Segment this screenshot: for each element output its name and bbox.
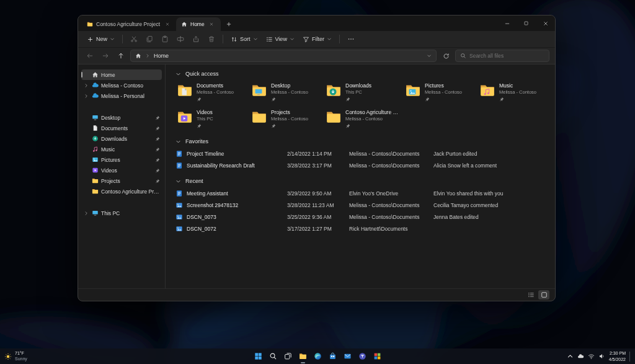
new-tab-button[interactable] [223, 18, 235, 30]
image-file-icon [175, 225, 183, 233]
sidebar-item-melissa-contoso[interactable]: Melissa - Contoso [81, 80, 162, 91]
more-button[interactable] [344, 33, 358, 45]
section-recent[interactable]: Recent [175, 175, 550, 187]
home-icon [181, 21, 187, 27]
sort-button[interactable]: Sort [227, 34, 262, 45]
share-button[interactable] [189, 33, 203, 45]
tab-label: Home [190, 21, 205, 27]
view-button[interactable]: View [262, 34, 298, 45]
section-favorites[interactable]: Favorites [175, 136, 550, 147]
chevron-right-icon[interactable] [83, 94, 89, 99]
file-date: 3/25/2022 9:36 AM [287, 214, 349, 220]
pin-icon [499, 97, 504, 102]
new-label: New [96, 36, 107, 42]
volume-icon[interactable] [598, 353, 605, 360]
onedrive-icon [92, 92, 99, 99]
file-activity: Jenna Bates edited [433, 214, 550, 220]
quick-access-tile-desktop[interactable]: Desktop Melissa - Contoso [250, 81, 322, 104]
pin-icon [197, 97, 202, 102]
file-explorer-button[interactable] [297, 350, 309, 362]
chevron-down-icon [253, 37, 258, 42]
chevron-down-icon[interactable] [427, 53, 432, 58]
edge-button[interactable] [312, 350, 324, 362]
quick-access-tile-pictures[interactable]: Pictures Melissa - Contoso [404, 81, 476, 104]
pin-icon [271, 97, 276, 102]
delete-button[interactable] [204, 33, 219, 45]
sidebar-item-home[interactable]: Home [81, 69, 162, 80]
quick-access-tile-videos[interactable]: Videos This PC [175, 107, 247, 131]
file-date: 2/14/2022 1:14 PM [287, 151, 349, 157]
file-row[interactable]: Meeting Assistant 3/29/2022 9:50 AM Elvi… [175, 187, 550, 199]
pin-icon [271, 123, 276, 128]
cut-button[interactable] [127, 33, 141, 45]
quick-access-tile-downloads[interactable]: Downloads This PC [324, 81, 401, 104]
pin-icon [155, 158, 160, 162]
file-location: Melissa - Contoso\Documents [349, 214, 433, 220]
sidebar-item-pictures[interactable]: Pictures [81, 154, 162, 165]
show-desktop-button[interactable] [629, 352, 631, 362]
search-box[interactable] [455, 50, 549, 62]
sidebar-item-videos[interactable]: Videos [81, 165, 162, 175]
file-row[interactable]: Project Timeline 2/14/2022 1:14 PM Melis… [175, 148, 550, 159]
teams-button[interactable] [357, 350, 368, 362]
chevron-up-icon[interactable] [567, 353, 574, 360]
widgets-button[interactable]: 71°F Sunny [4, 351, 27, 362]
file-row[interactable]: DSCN_0072 3/17/2022 1:27 PM Rick Hartnet… [175, 223, 550, 234]
start-button[interactable] [252, 350, 264, 362]
refresh-button[interactable] [440, 50, 452, 62]
breadcrumb-bar[interactable]: Home [130, 50, 437, 62]
copy-button[interactable] [142, 33, 157, 45]
forward-button[interactable] [99, 50, 112, 62]
sidebar-item-this-pc[interactable]: This PC [81, 208, 162, 218]
maximize-button[interactable] [517, 16, 536, 31]
sidebar-item-projects[interactable]: Projects [81, 175, 162, 186]
sidebar-item-desktop[interactable]: Desktop [81, 112, 162, 123]
sidebar-item-downloads[interactable]: Downloads [81, 133, 162, 144]
breadcrumb[interactable]: Home [154, 53, 169, 59]
section-quick-access[interactable]: Quick access [175, 68, 550, 79]
sidebar-item-documents[interactable]: Documents [81, 123, 162, 133]
rename-icon [177, 35, 184, 43]
tab-close-button[interactable] [163, 20, 171, 29]
minimize-button[interactable] [497, 16, 517, 31]
sidebar-item-melissa-personal[interactable]: Melissa - Personal [81, 91, 162, 101]
sidebar-item-music[interactable]: Music [81, 144, 162, 154]
office-button[interactable] [371, 350, 383, 362]
file-row[interactable]: Screenshot 29478132 3/28/2022 11:23 AM M… [175, 199, 550, 211]
quick-access-tile-contoso-agriculture-project[interactable]: Contoso Agriculture Project Melissa - Co… [324, 107, 401, 131]
toolbar-separator [339, 35, 340, 43]
mail-button[interactable] [342, 350, 353, 362]
file-row[interactable]: DSCN_0073 3/25/2022 9:36 AM Melissa - Co… [175, 211, 550, 223]
back-button[interactable] [84, 50, 96, 62]
image-file-icon [175, 213, 183, 221]
sidebar-item-contoso-agriculture-project[interactable]: Contoso Agriculture Project [81, 186, 162, 197]
filter-button[interactable]: Filter [299, 34, 335, 45]
task-view-button[interactable] [282, 350, 294, 362]
file-activity: Cecilia Tamayo commented [433, 202, 550, 208]
chevron-right-icon[interactable] [83, 83, 89, 88]
file-row[interactable]: Sustainability Research Draft 3/28/2022 … [175, 159, 550, 171]
new-button[interactable]: New [83, 34, 118, 45]
rename-button[interactable] [173, 33, 188, 45]
weather-icon [4, 353, 12, 360]
taskbar-search-button[interactable] [267, 350, 279, 362]
clock[interactable]: 2:30 PM 4/5/2022 [609, 350, 626, 362]
tab-contoso-agriculture-project[interactable]: Contoso Agriculture Project [82, 17, 176, 31]
chevron-right-icon[interactable] [83, 211, 89, 216]
paste-button[interactable] [158, 33, 172, 45]
image-file-icon [175, 202, 183, 209]
details-view-button[interactable] [525, 290, 536, 300]
quick-access-tile-documents[interactable]: Documents Melissa - Contoso [175, 81, 247, 104]
quick-access-tile-music[interactable]: Music Melissa - Contoso [478, 81, 550, 104]
store-button[interactable] [327, 350, 339, 362]
quick-access-tile-projects[interactable]: Projects Melissa - Contoso [250, 107, 322, 131]
wifi-icon[interactable] [588, 353, 595, 360]
onedrive-tray-icon[interactable] [577, 353, 584, 360]
close-button[interactable] [536, 16, 555, 31]
back-icon [86, 52, 94, 60]
search-input[interactable] [469, 53, 544, 59]
up-button[interactable] [115, 50, 127, 62]
tab-close-button[interactable] [208, 20, 216, 29]
tab-home[interactable]: Home [176, 17, 221, 31]
large-icons-view-button[interactable] [538, 290, 549, 300]
